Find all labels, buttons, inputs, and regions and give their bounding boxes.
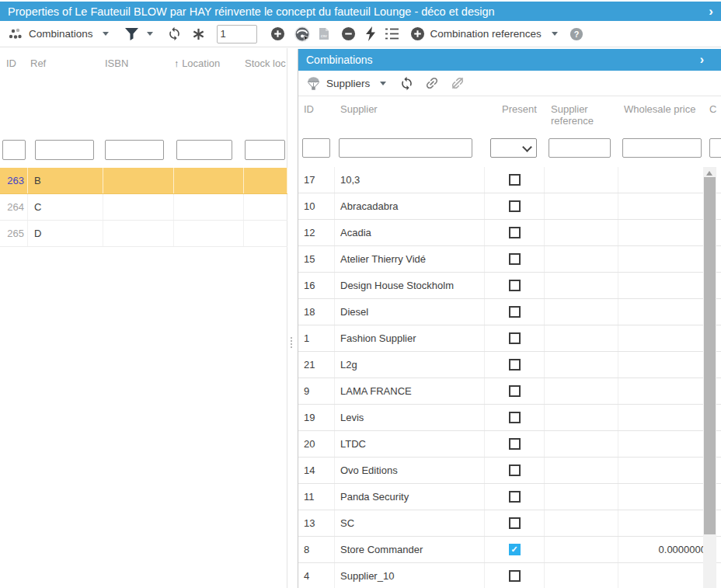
chevron-right-icon[interactable]: › — [709, 5, 713, 18]
link-icon[interactable] — [424, 75, 440, 91]
cell-supplier-reference — [545, 537, 618, 562]
vertical-scrollbar[interactable] — [703, 167, 716, 588]
supplier-row[interactable]: 10 Abracadabra — [298, 193, 721, 220]
cell-present — [485, 193, 545, 219]
column-header-stock-location[interactable]: Stock loc — [244, 57, 287, 69]
present-checkbox[interactable] — [509, 570, 521, 582]
supplier-row[interactable]: 4 Supplier_10 — [298, 563, 721, 588]
page-title: Properties of Le Fauteuil BLOW par HAY r… — [8, 5, 495, 18]
filter-supplier-reference-input[interactable] — [549, 138, 611, 158]
scroll-up-arrow-icon[interactable] — [706, 171, 712, 176]
scrollbar-thumb[interactable] — [704, 177, 716, 534]
present-checkbox[interactable] — [509, 517, 521, 529]
suppliers-view-label[interactable]: Suppliers — [326, 78, 370, 89]
column-header-supplier-reference[interactable]: Supplier reference — [551, 103, 607, 127]
combinations-view-label[interactable]: Combinations — [29, 28, 93, 40]
cell-id: 13 — [298, 510, 335, 536]
cell-present — [485, 431, 545, 457]
filter-present-select[interactable] — [490, 138, 537, 158]
ordered-list-icon[interactable] — [385, 27, 399, 40]
asterisk-icon[interactable] — [192, 27, 205, 41]
filter-isbn-input[interactable] — [105, 140, 164, 160]
present-checkbox[interactable] — [509, 359, 521, 371]
prestashop-icon[interactable] — [294, 26, 311, 43]
filter-stock-location-input[interactable] — [245, 140, 285, 160]
present-checkbox[interactable] — [509, 200, 521, 212]
column-header-location[interactable]: ↑ Location — [174, 57, 244, 69]
filter-wholesale-price-input[interactable] — [622, 138, 702, 158]
svg-text:csv: csv — [321, 33, 327, 38]
supplier-row[interactable]: 19 Levis — [298, 405, 721, 431]
add-circle-icon[interactable] — [270, 26, 285, 41]
present-checkbox[interactable] — [509, 385, 521, 397]
chevron-down-icon[interactable] — [380, 82, 386, 85]
column-header-present[interactable]: Present — [502, 103, 537, 115]
present-checkbox[interactable]: ✓ — [509, 544, 521, 555]
refresh-icon[interactable] — [399, 76, 414, 91]
present-checkbox[interactable] — [509, 438, 521, 450]
present-checkbox[interactable] — [509, 174, 521, 186]
present-checkbox[interactable] — [509, 491, 521, 503]
column-header-supplier[interactable]: Supplier — [340, 103, 378, 115]
unlink-icon[interactable] — [450, 75, 465, 91]
column-header-ref[interactable]: Ref — [28, 57, 103, 69]
chevron-down-icon[interactable] — [103, 32, 109, 36]
present-checkbox[interactable] — [509, 253, 521, 265]
filter-id-input[interactable] — [302, 138, 330, 158]
combination-references-label[interactable]: Combination references — [430, 28, 542, 40]
filter-icon[interactable] — [124, 27, 139, 41]
supplier-row[interactable]: 8 Store Commander ✓ 0.0000000 — [298, 537, 721, 563]
add-circle-icon[interactable] — [410, 26, 425, 41]
filter-ref-input[interactable] — [35, 140, 94, 160]
column-header-id[interactable]: ID — [304, 103, 314, 115]
present-checkbox[interactable] — [509, 280, 521, 291]
supplier-row[interactable]: 21 L2g — [298, 352, 721, 378]
detail-panel-header[interactable]: Combinations › — [298, 49, 721, 71]
supplier-row[interactable]: 11 Panda Security — [298, 484, 721, 510]
supplier-row[interactable]: 1 Fashion Supplier — [298, 325, 721, 352]
supplier-row[interactable]: 9 LAMA FRANCE — [298, 378, 721, 405]
present-checkbox[interactable] — [509, 227, 521, 238]
column-header-isbn[interactable]: ISBN — [103, 57, 174, 69]
supplier-row[interactable]: 12 Acadia — [298, 220, 721, 246]
filter-supplier-input[interactable] — [339, 138, 472, 158]
chevron-right-icon[interactable]: › — [700, 53, 704, 67]
filter-location-input[interactable] — [176, 140, 232, 160]
cell-present — [485, 378, 545, 404]
csv-file-icon[interactable]: csv — [319, 27, 329, 40]
present-checkbox[interactable] — [509, 464, 521, 476]
window-title-bar[interactable]: Properties of Le Fauteuil BLOW par HAY r… — [0, 2, 721, 21]
present-checkbox[interactable] — [509, 412, 521, 423]
supplier-row[interactable]: 14 Ovo Editions — [298, 458, 721, 484]
panel-splitter[interactable] — [287, 48, 298, 588]
cell-supplier-reference — [545, 352, 618, 378]
cell-supplier: Diesel — [335, 299, 485, 325]
combination-row[interactable]: 265 D — [0, 221, 287, 247]
chevron-down-icon[interactable] — [147, 32, 153, 36]
splitter-grip-icon[interactable] — [291, 337, 292, 348]
remove-circle-icon[interactable] — [341, 26, 356, 41]
column-header-id[interactable]: ID — [0, 57, 28, 69]
supplier-row[interactable]: 16 Design House Stockholm — [298, 273, 721, 299]
help-icon[interactable]: ? — [569, 27, 583, 41]
supplier-row[interactable]: 13 SC — [298, 510, 721, 537]
filter-currency-input[interactable] — [709, 138, 721, 158]
refresh-icon[interactable] — [167, 26, 182, 41]
present-checkbox[interactable] — [509, 332, 521, 344]
supplier-row[interactable]: 18 Diesel — [298, 299, 721, 325]
bolt-icon[interactable] — [365, 26, 377, 41]
column-header-currency[interactable]: C — [709, 103, 716, 115]
combination-row[interactable]: 264 C — [0, 194, 287, 221]
filter-id-input[interactable] — [2, 140, 26, 160]
cell-wholesale-price — [618, 246, 707, 272]
chevron-down-icon[interactable] — [552, 32, 558, 36]
supplier-row[interactable]: 20 LTDC — [298, 431, 721, 458]
page-number-input[interactable] — [217, 25, 257, 43]
supplier-row[interactable]: 15 Atelier Thierry Vidé — [298, 246, 721, 273]
supplier-row[interactable]: 17 10,3 — [298, 167, 721, 193]
combination-row[interactable]: 263 B — [0, 168, 287, 194]
cell-supplier-reference — [545, 299, 618, 325]
column-header-wholesale-price[interactable]: Wholesale price — [624, 103, 696, 115]
cell-wholesale-price — [618, 510, 707, 536]
present-checkbox[interactable] — [509, 306, 521, 318]
